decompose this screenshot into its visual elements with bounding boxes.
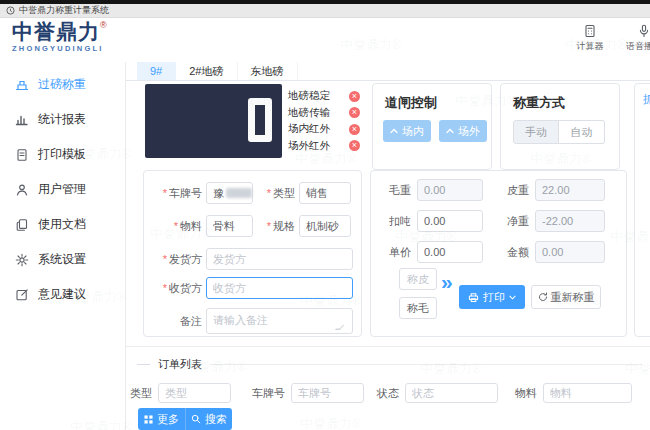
sidebar-item-label: 打印模板 (38, 146, 86, 163)
gate-control-panel: 道闸控制 场内 场外 (372, 83, 492, 170)
deduct-input[interactable] (417, 210, 483, 232)
weigh-mode-title: 称重方式 (501, 84, 619, 112)
weigh-form-panel: *车牌号 *类型 *物料 *规格 *发货方 *收货方 备注 (143, 170, 362, 337)
deduct-label: 扣吨 (381, 214, 411, 229)
sidebar-item-label: 系统设置 (38, 251, 86, 268)
printer-icon (468, 292, 479, 303)
logo-text: 中誉鼎力 (12, 20, 100, 43)
spec-input[interactable] (299, 215, 351, 237)
filter-type: 类型 (130, 383, 231, 403)
net-label: 净重 (499, 214, 529, 229)
titlebar: 中誉鼎力称重计量系统 (0, 4, 650, 18)
gate-inside-button[interactable]: 场内 (383, 120, 431, 142)
sidebar-item-label: 使用文档 (38, 216, 86, 233)
status-scale-transmit: 地磅传输 × (288, 105, 360, 122)
sidebar-item-users[interactable]: 用户管理 (0, 172, 125, 207)
calculator-icon (583, 24, 597, 38)
feedback-edit-icon (15, 288, 29, 302)
weighbridge-icon (15, 78, 29, 92)
scale-weight-display (145, 84, 282, 158)
type-label: *类型 (259, 186, 295, 201)
voice-broadcast-tool[interactable]: 语音播报 (622, 24, 650, 53)
gate-outside-button[interactable]: 场外 (439, 120, 487, 142)
sidebar-item-label: 统计报表 (38, 111, 86, 128)
filter-plate-label: 车牌号 (252, 386, 285, 401)
sidebar-item-weighing[interactable]: 过磅称重 (0, 67, 125, 102)
gross-input (417, 179, 483, 201)
sidebar-item-settings[interactable]: 系统设置 (0, 242, 125, 277)
tab-scale-east[interactable]: 东地磅 (238, 62, 298, 80)
chevron-up-icon (446, 128, 454, 134)
calculator-label: 计算器 (577, 41, 604, 51)
spec-label: *规格 (259, 219, 295, 234)
filter-material-label: 物料 (515, 386, 537, 401)
type-input[interactable] (299, 182, 351, 204)
filter-material-input[interactable] (543, 383, 632, 403)
tab-scale-9[interactable]: 9# (137, 62, 176, 80)
microphone-icon (637, 24, 650, 38)
mode-auto-button[interactable]: 自动 (559, 120, 605, 144)
bar-chart-icon (15, 113, 29, 127)
chevron-up-icon (390, 128, 398, 134)
status-infrared-inside: 场内红外 × (288, 121, 360, 138)
tare-input (535, 179, 605, 201)
remark-textarea[interactable] (206, 308, 353, 334)
error-cross-icon: × (349, 140, 360, 151)
gear-icon (15, 253, 29, 267)
app-icon (6, 6, 15, 15)
filter-material: 物料 (515, 383, 632, 403)
error-cross-icon: × (349, 91, 360, 102)
price-label: 单价 (381, 245, 411, 260)
plate-redaction (226, 188, 252, 198)
amount-input (535, 241, 605, 263)
grid-icon (144, 415, 153, 424)
status-scale-stable: 地磅稳定 × (288, 88, 360, 105)
orders-list-title: 订单列表 (158, 357, 202, 372)
filter-plate: 车牌号 (252, 383, 364, 403)
logo: 中誉鼎力® ZHONGYUDINGLI (12, 21, 107, 53)
more-button[interactable]: 更多 (138, 408, 185, 430)
reweigh-button[interactable]: 重新称重 (531, 285, 601, 309)
search-button[interactable]: 搜索 (185, 408, 232, 430)
calculator-tool[interactable]: 计算器 (568, 24, 612, 53)
user-icon (15, 183, 29, 197)
status-indicator-list: 地磅稳定 × 地磅传输 × 场内红外 × 场外红外 × (288, 88, 360, 154)
sidebar-item-docs[interactable]: 使用文档 (0, 207, 125, 242)
sidebar-item-reports[interactable]: 统计报表 (0, 102, 125, 137)
scale-tabbar: 9# 2#地磅 东地磅 (126, 62, 650, 81)
capture-panel: 抓拍 (634, 83, 650, 337)
watermark: 中誉鼎力® (300, 415, 362, 430)
amount-label: 金额 (499, 245, 529, 260)
material-input[interactable] (206, 215, 253, 237)
weigh-tare-button[interactable]: 称皮 (399, 268, 437, 290)
filter-plate-input[interactable] (291, 383, 364, 403)
status-infrared-outside: 场外红外 × (288, 138, 360, 155)
sidebar-item-feedback[interactable]: 意见建议 (0, 277, 125, 312)
print-button[interactable]: 打印 (459, 285, 525, 309)
mode-manual-button[interactable]: 手动 (513, 120, 559, 144)
logo-subtext: ZHONGYUDINGLI (12, 45, 107, 53)
filter-status-input[interactable] (405, 383, 498, 403)
sidebar-item-label: 意见建议 (38, 286, 86, 303)
sidebar-item-print-templates[interactable]: 打印模板 (0, 137, 125, 172)
remark-label: 备注 (152, 314, 202, 329)
filter-type-input[interactable] (158, 383, 231, 403)
receiver-label: *收货方 (152, 281, 202, 296)
weigh-mode-toggle: 手动 自动 (513, 120, 605, 144)
weights-panel: 毛重 皮重 扣吨 净重 单价 金额 称皮 称毛 » 打印 重新称重 (370, 170, 627, 337)
net-input (535, 210, 605, 232)
filter-status-label: 状态 (377, 386, 399, 401)
sidebar-item-label: 过磅称重 (38, 76, 86, 93)
orders-list-divider: 订单列表 (137, 357, 642, 372)
gate-control-title: 道闸控制 (373, 84, 491, 112)
document-icon (15, 148, 29, 162)
weigh-gross-button[interactable]: 称毛 (399, 297, 437, 319)
price-input[interactable] (417, 241, 483, 263)
double-chevron-right-icon: » (441, 270, 453, 294)
tab-scale-2[interactable]: 2#地磅 (176, 62, 237, 80)
shipper-input[interactable] (206, 248, 353, 270)
refresh-icon (538, 292, 548, 302)
receiver-input[interactable] (206, 277, 353, 299)
app-title: 中誉鼎力称重计量系统 (19, 4, 109, 17)
capture-link[interactable]: 抓拍 (643, 92, 650, 107)
